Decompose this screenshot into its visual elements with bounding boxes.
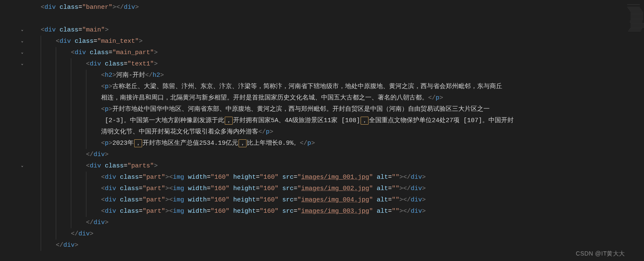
fold-chevron-icon[interactable]: ⌄: [19, 58, 26, 70]
code-line[interactable]: <div class="banner"></div>: [26, 2, 644, 13]
code-line[interactable]: <div class="parts">: [26, 160, 644, 172]
code-line[interactable]: <div class="text1">: [26, 58, 644, 70]
code-editor[interactable]: ⌄⌄⌄⌄⌄ <div class="banner"></div><div cla…: [0, 0, 644, 261]
code-line[interactable]: <div class="part"><img width="160" heigh…: [26, 194, 644, 206]
code-surface[interactable]: <div class="banner"></div><div class="ma…: [26, 0, 644, 261]
code-line[interactable]: <div class="main_part">: [26, 47, 644, 58]
fold-chevron-icon[interactable]: ⌄: [19, 24, 26, 36]
code-line[interactable]: <div class="part"><img width="160" heigh…: [26, 172, 644, 183]
fold-chevron-icon[interactable]: ⌄: [19, 160, 26, 172]
code-line[interactable]: <p>开封市地处中国华中地区、河南省东部、中原腹地、黄河之滨，西与郑州毗邻。开封…: [26, 104, 644, 115]
code-line[interactable]: </div>: [26, 240, 644, 251]
code-line[interactable]: <div class="part"><img width="160" heigh…: [26, 206, 644, 217]
code-line[interactable]: <div class="main">: [26, 24, 644, 36]
code-line[interactable]: [26, 13, 644, 24]
code-line[interactable]: </div>: [26, 217, 644, 228]
line-number-gutter: [0, 0, 19, 261]
fold-chevron-icon[interactable]: ⌄: [19, 47, 26, 58]
fold-gutter: ⌄⌄⌄⌄⌄: [19, 0, 26, 261]
code-line[interactable]: </div>: [26, 228, 644, 240]
fold-chevron-icon[interactable]: ⌄: [19, 36, 26, 47]
minimap[interactable]: [626, 0, 644, 261]
code-line[interactable]: 相连，南接许昌和周口，北隔黄河与新乡相望。开封是首批国家历史文化名城、中国五大古…: [26, 92, 644, 104]
code-line[interactable]: <div class="main_text">: [26, 36, 644, 47]
code-line[interactable]: <div class="part"><img width="160" heigh…: [26, 183, 644, 194]
code-line[interactable]: </div>: [26, 149, 644, 160]
code-line[interactable]: <p>古称老丘、大梁、陈留、汴州、东京、汴京、汴梁等，简称汴，河南省下辖地级市，…: [26, 81, 644, 92]
code-line[interactable]: <p>2023年，开封市地区生产总值2534.19亿元，比上年增长0.9%。</…: [26, 138, 644, 149]
code-line[interactable]: 清明文化节、中国开封菊花文化节吸引着众多海内外游客</p>: [26, 126, 644, 138]
code-line[interactable]: <h2>河南-开封</h2>: [26, 70, 644, 81]
code-line[interactable]: [2-3]。中国第一大地方剧种豫剧发源于此，开封拥有国家5A、4A级旅游景区11…: [26, 115, 644, 126]
